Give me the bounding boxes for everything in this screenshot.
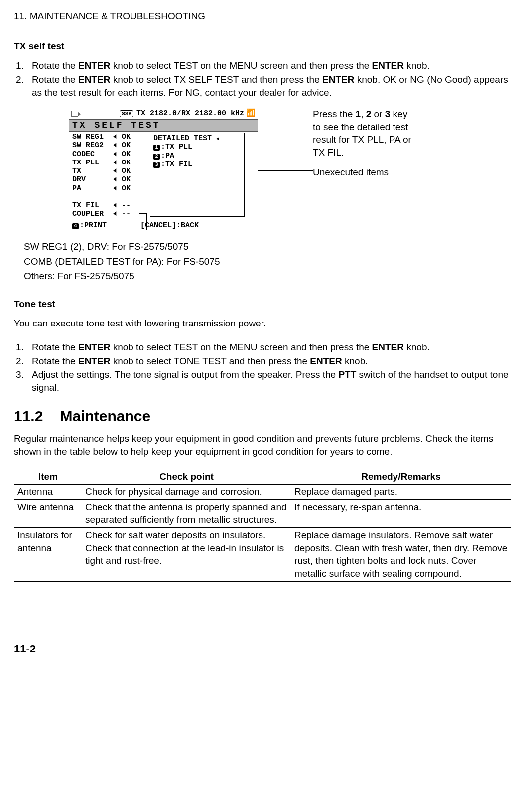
lcd-footer: 4:PRINT [CANCEL]:BACK	[69, 220, 258, 231]
table-row: Insulators for antenna Check for salt wa…	[14, 528, 511, 582]
text: Rotate the	[32, 60, 78, 71]
tone-test-heading: Tone test	[14, 298, 511, 311]
col-remedy: Remedy/Remarks	[291, 469, 511, 485]
maintenance-intro: Regular maintenance helps keep your equi…	[14, 432, 511, 458]
callout-detailed-test: Press the 1, 2 or 3 key to see the detai…	[313, 108, 417, 159]
lcd-top-bar: SSB TX 2182.0/RX 2182.00 kHz 📶	[69, 108, 258, 120]
key-1-icon: 1	[153, 145, 160, 151]
col-item: Item	[14, 469, 82, 485]
leader-line-icon	[258, 112, 313, 112]
step-number: 2.	[14, 73, 32, 99]
detailed-test-panel: DETAILED TEST ◄ 1:TX PLL 2:PA 3:TX FIL	[150, 133, 245, 217]
list-item: 3. Adjust the settings. The tone signal …	[14, 368, 511, 394]
text: Rotate the	[32, 74, 78, 85]
table-row: Wire antenna Check that the antenna is p…	[14, 499, 511, 527]
chapter-header: 11. MAINTENANCE & TROUBLESHOOTING	[14, 10, 511, 23]
detailed-test-title: DETAILED TEST ◄	[153, 134, 244, 143]
text: knob to select TX SELF TEST and then pre…	[110, 74, 322, 85]
speaker-icon	[71, 111, 78, 117]
step-number: 3.	[14, 368, 32, 394]
step-number: 1.	[14, 341, 32, 354]
detailed-test-item: 1:TX PLL	[153, 143, 244, 151]
col-check: Check point	[82, 469, 291, 485]
enter-knob: ENTER	[310, 356, 342, 366]
test-row: TX PLL ◄ OK	[72, 159, 150, 167]
enter-knob: ENTER	[78, 60, 110, 71]
test-row: PA ◄ OK	[72, 184, 150, 193]
key-3-icon: 3	[153, 162, 160, 168]
enter-knob: ENTER	[372, 342, 404, 352]
maintenance-table: Item Check point Remedy/Remarks Antenna …	[14, 469, 511, 581]
section-number: 11.2	[14, 408, 43, 424]
test-row: SW REG2 ◄ OK	[72, 141, 150, 150]
cell-remedy: Replace damaged parts.	[291, 485, 511, 500]
lcd-frequency: TX 2182.0/RX 2182.00 kHz	[136, 109, 244, 118]
key-4-icon: 4	[72, 223, 79, 229]
enter-knob: ENTER	[78, 74, 110, 85]
cell-remedy: If necessary, re-span antenna.	[291, 499, 511, 527]
list-item: 2. Rotate the ENTER knob to select TX SE…	[14, 73, 511, 99]
signal-icon: 📶	[246, 109, 256, 118]
test-row-blank	[72, 193, 150, 201]
test-row: COUPLER ◄ --	[72, 210, 150, 218]
step-number: 1.	[14, 59, 32, 72]
test-row: SW REG1 ◄ OK	[72, 133, 150, 141]
enter-knob: ENTER	[372, 60, 404, 71]
key-2-icon: 2	[153, 154, 160, 160]
note-line: COMB (DETAILED TEST for PA): For FS-5075	[24, 255, 511, 268]
cell-item: Antenna	[14, 485, 82, 500]
test-row: DRV ◄ OK	[72, 175, 150, 184]
page-number: 11-2	[14, 642, 511, 656]
cell-check: Check that the antenna is properly spann…	[82, 499, 291, 527]
callout-unexecuted: Unexecuted items	[313, 166, 417, 179]
lcd-screen: SSB TX 2182.0/RX 2182.00 kHz 📶 TX SELF T…	[69, 108, 258, 231]
cell-remedy: Replace damage insulators. Remove salt w…	[291, 528, 511, 582]
list-item: 1. Rotate the ENTER knob to select TEST …	[14, 59, 511, 72]
figure-callouts: Press the 1, 2 or 3 key to see the detai…	[313, 108, 417, 180]
cell-check: Check for salt water deposits on insulat…	[82, 528, 291, 582]
tone-test-steps: 1. Rotate the ENTER knob to select TEST …	[14, 341, 511, 394]
section-title: Maintenance	[60, 408, 150, 424]
test-row: TX ◄ OK	[72, 167, 150, 175]
test-result-list: SW REG1 ◄ OK SW REG2 ◄ OK CODEC ◄ OK TX …	[72, 133, 150, 219]
tx-self-test-heading: TX self test	[14, 40, 511, 53]
text: knob to select TEST on the MENU screen a…	[110, 60, 372, 71]
step-number: 2.	[14, 355, 32, 368]
cell-check: Check for physical damage and corrosion.	[82, 485, 291, 500]
text: knob.	[404, 60, 430, 71]
detailed-test-item: 2:PA	[153, 152, 244, 160]
ptt-switch: PTT	[338, 369, 356, 380]
test-row: CODEC ◄ OK	[72, 150, 150, 159]
lcd-figure: SSB TX 2182.0/RX 2182.00 kHz 📶 TX SELF T…	[69, 108, 511, 231]
lcd-title: TX SELF TEST	[69, 120, 258, 132]
note-line: Others: For FS-2575/5075	[24, 270, 511, 283]
maintenance-heading: 11.2Maintenance	[14, 406, 511, 427]
note-line: SW REG1 (2), DRV: For FS-2575/5075	[24, 240, 511, 253]
detailed-test-item: 3:TX FIL	[153, 160, 244, 168]
leader-line-icon	[258, 170, 313, 171]
list-item: 2. Rotate the ENTER knob to select TONE …	[14, 355, 511, 368]
tone-test-intro: You can execute tone test with lowering …	[14, 317, 511, 330]
table-row: Antenna Check for physical damage and co…	[14, 485, 511, 500]
cell-item: Wire antenna	[14, 499, 82, 527]
ssb-badge: SSB	[120, 110, 133, 118]
model-notes: SW REG1 (2), DRV: For FS-2575/5075 COMB …	[24, 240, 511, 283]
enter-knob: ENTER	[78, 342, 110, 352]
tx-self-test-steps: 1. Rotate the ENTER knob to select TEST …	[14, 59, 511, 99]
enter-knob: ENTER	[322, 74, 354, 85]
brace-icon	[139, 213, 147, 230]
cell-item: Insulators for antenna	[14, 528, 82, 582]
cancel-back-label: [CANCEL]:BACK	[140, 221, 199, 230]
table-header-row: Item Check point Remedy/Remarks	[14, 469, 511, 485]
test-row: TX FIL ◄ --	[72, 201, 150, 210]
enter-knob: ENTER	[78, 356, 110, 366]
list-item: 1. Rotate the ENTER knob to select TEST …	[14, 341, 511, 354]
